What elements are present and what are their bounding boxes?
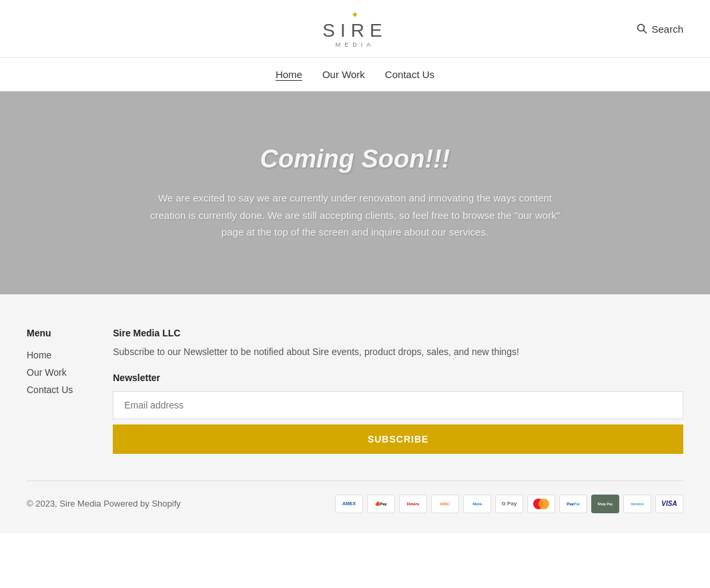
copyright-text: © 2023, [27,499,57,509]
list-item: Contact Us [27,384,73,396]
svg-point-3 [539,499,549,509]
nav-item-home[interactable]: Home [276,69,302,80]
footer-columns: Menu Home Our Work Contact Us Sire Media… [27,328,683,454]
footer-menu-list: Home Our Work Contact Us [27,349,73,396]
site-footer: Menu Home Our Work Contact Us Sire Media… [0,294,710,533]
shop-pay-icon: Shop Pay [591,495,619,513]
site-header: ✦ SIRE MEDIA Search [0,0,710,58]
footer-brand-link[interactable]: Sire Media [59,499,101,509]
header-right: Search [464,23,683,35]
hero-section: Coming Soon!!! We are excited to say we … [0,91,710,294]
amex-icon: AMEX [335,495,363,513]
search-label: Search [651,23,683,35]
hero-title: Coming Soon!!! [260,145,450,174]
footer-newsletter-section: Sire Media LLC Subscribe to our Newslett… [113,328,683,454]
newsletter-label: Newsletter [113,372,683,383]
paypal-icon: PayPal [559,495,587,513]
hero-body: We are excited to say we are currently u… [141,190,569,241]
discover-icon: DISC [431,495,459,513]
search-icon [637,23,647,34]
footer-subscribe-description: Subscribe to our Newsletter to be notifi… [113,345,683,359]
venmo-icon: Venmo [623,495,651,513]
logo[interactable]: ✦ SIRE MEDIA [322,9,387,48]
logo-subtitle: MEDIA [336,41,375,48]
footer-menu-our-work[interactable]: Our Work [27,367,67,378]
footer-menu-contact[interactable]: Contact Us [27,384,73,395]
nav-item-our-work[interactable]: Our Work [322,69,365,80]
logo-text: SIRE [322,21,387,40]
footer-menu-heading: Menu [27,328,73,338]
subscribe-button[interactable]: SUBSCRIBE [113,424,683,454]
header-center: ✦ SIRE MEDIA [246,9,464,48]
list-item: Our Work [27,366,73,378]
footer-menu: Menu Home Our Work Contact Us [27,328,73,454]
footer-copyright: © 2023, Sire Media Powered by Shopify [27,499,181,509]
list-item: Home [27,349,73,361]
footer-bottom: © 2023, Sire Media Powered by Shopify AM… [27,481,683,513]
logo-crown-icon: ✦ [351,9,359,20]
meta-pay-icon: Meta [463,495,491,513]
payment-icons: AMEX 🍎Pay Diners DISC Meta G Pay PayPal … [335,495,683,513]
svg-line-1 [644,31,647,33]
email-field[interactable] [113,391,683,419]
footer-company-name: Sire Media LLC [113,328,683,338]
apple-pay-icon: 🍎Pay [367,495,395,513]
main-nav: Home Our Work Contact Us [0,58,710,91]
nav-item-contact-us[interactable]: Contact Us [385,69,434,80]
diners-icon: Diners [399,495,427,513]
search-button[interactable]: Search [637,23,683,35]
mastercard-icon [527,495,555,513]
powered-by-shopify-link[interactable]: Powered by Shopify [103,499,181,509]
footer-menu-home[interactable]: Home [27,350,51,360]
google-pay-icon: G Pay [495,495,523,513]
visa-icon: VISA [655,495,683,513]
